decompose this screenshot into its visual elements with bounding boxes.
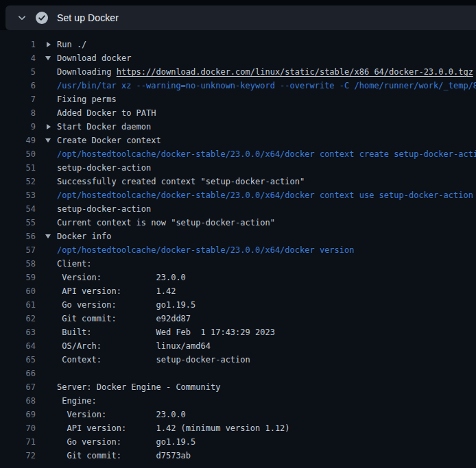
line-number[interactable]: 8 (0, 106, 36, 120)
log-line: 54setup-docker-action (0, 202, 476, 216)
line-number[interactable]: 52 (0, 175, 36, 188)
log-text: Create Docker context (57, 134, 476, 147)
line-number[interactable]: 61 (0, 298, 36, 312)
line-number[interactable]: 64 (0, 339, 36, 353)
log-line: 52Successfully created context "setup-do… (0, 175, 476, 188)
log-text (57, 367, 476, 380)
log-line: 53/opt/hostedtoolcache/docker-stable/23.… (0, 188, 476, 202)
toggle-slot (36, 271, 57, 284)
command-text: /opt/hostedtoolcache/docker-stable/23.0.… (57, 243, 476, 257)
command-text: /opt/hostedtoolcache/docker-stable/23.0.… (57, 188, 476, 202)
line-number[interactable]: 66 (0, 367, 36, 380)
log-group-header[interactable]: 9Start Docker daemon (0, 120, 476, 134)
toggle-slot (36, 435, 57, 449)
line-number[interactable]: 51 (0, 161, 36, 175)
line-number[interactable]: 50 (0, 147, 36, 161)
log-text: setup-docker-action (57, 202, 476, 216)
log-line: 57/opt/hostedtoolcache/docker-stable/23.… (0, 243, 476, 257)
toggle-slot (36, 243, 57, 257)
command-text: /usr/bin/tar xz --warning=no-unknown-key… (57, 79, 476, 93)
toggle-slot (36, 188, 57, 202)
toggle-slot (36, 147, 57, 161)
log-text: Context: setup-docker-action (57, 353, 476, 367)
line-number[interactable]: 63 (0, 325, 36, 339)
toggle-slot (36, 339, 57, 353)
log-text: API version: 1.42 (minimum version 1.12) (57, 421, 476, 435)
log-line: 51setup-docker-action (0, 161, 476, 175)
log-text: Added Docker to PATH (57, 106, 476, 120)
line-number[interactable]: 1 (0, 38, 36, 51)
log-group-header[interactable]: 49Create Docker context (0, 134, 476, 147)
line-number[interactable]: 59 (0, 271, 36, 284)
log-text: Git commit: d7573ab (57, 449, 476, 463)
line-number[interactable]: 7 (0, 93, 36, 106)
line-number[interactable]: 57 (0, 243, 36, 257)
log-line: 65 Context: setup-docker-action (0, 353, 476, 367)
line-number[interactable]: 56 (0, 230, 36, 243)
log-text: Start Docker daemon (57, 120, 476, 134)
toggle-slot (36, 380, 57, 394)
line-number[interactable]: 72 (0, 449, 36, 463)
log-text-segment: Downloading (57, 67, 117, 77)
line-number[interactable]: 65 (0, 353, 36, 367)
toggle-slot (36, 408, 57, 421)
triangle-right-icon (36, 38, 57, 51)
log-text: Fixing perms (57, 93, 476, 106)
log-line: 6/usr/bin/tar xz --warning=no-unknown-ke… (0, 79, 476, 93)
log-line: 72 Git commit: d7573ab (0, 449, 476, 463)
line-number[interactable]: 55 (0, 216, 36, 230)
line-number[interactable]: 6 (0, 79, 36, 93)
toggle-slot (36, 298, 57, 312)
log-line: 63 Built: Wed Feb 1 17:43:29 2023 (0, 325, 476, 339)
line-number[interactable]: 9 (0, 120, 36, 134)
log-group-header[interactable]: 4Download docker (0, 51, 476, 65)
log-line: 60 API version: 1.42 (0, 284, 476, 298)
log-text: Successfully created context "setup-dock… (57, 175, 476, 188)
log-line: 8Added Docker to PATH (0, 106, 476, 120)
line-number[interactable]: 70 (0, 421, 36, 435)
log-text: Download docker (57, 51, 476, 65)
line-number[interactable]: 53 (0, 188, 36, 202)
log-text: Downloading https://download.docker.com/… (57, 65, 476, 79)
line-number[interactable]: 5 (0, 65, 36, 79)
line-number[interactable]: 58 (0, 257, 36, 271)
toggle-slot (36, 257, 57, 271)
triangle-down-icon (36, 230, 57, 243)
log-text: Engine: (57, 394, 476, 408)
line-number[interactable]: 62 (0, 312, 36, 325)
log-link[interactable]: https://download.docker.com/linux/static… (117, 67, 473, 77)
log-line: 50/opt/hostedtoolcache/docker-stable/23.… (0, 147, 476, 161)
toggle-slot (36, 79, 57, 93)
toggle-slot (36, 106, 57, 120)
line-number[interactable]: 4 (0, 51, 36, 65)
log-line: 59 Version: 23.0.0 (0, 271, 476, 284)
log-group-header[interactable]: 1Run ./ (0, 38, 476, 51)
triangle-right-icon (36, 120, 57, 134)
log-text: setup-docker-action (57, 161, 476, 175)
toggle-slot (36, 202, 57, 216)
line-number[interactable]: 69 (0, 408, 36, 421)
log-group-header[interactable]: 56Docker info (0, 230, 476, 243)
toggle-slot (36, 421, 57, 435)
line-number[interactable]: 54 (0, 202, 36, 216)
log-line: 55Current context is now "setup-docker-a… (0, 216, 476, 230)
log-line: 64 OS/Arch: linux/amd64 (0, 339, 476, 353)
line-number[interactable]: 49 (0, 134, 36, 147)
toggle-slot (36, 284, 57, 298)
log-text: Git commit: e92dd87 (57, 312, 476, 325)
log-text: Built: Wed Feb 1 17:43:29 2023 (57, 325, 476, 339)
log-console[interactable]: 1Run ./4Download docker5Downloading http… (0, 30, 476, 468)
step-header[interactable]: Set up Docker (5, 5, 476, 30)
toggle-slot (36, 353, 57, 367)
toggle-slot (36, 312, 57, 325)
toggle-slot (36, 65, 57, 79)
triangle-down-icon (36, 134, 57, 147)
line-number[interactable]: 68 (0, 394, 36, 408)
line-number[interactable]: 67 (0, 380, 36, 394)
line-number[interactable]: 60 (0, 284, 36, 298)
toggle-slot (36, 93, 57, 106)
chevron-down-icon[interactable] (17, 13, 27, 23)
toggle-slot (36, 325, 57, 339)
line-number[interactable]: 71 (0, 435, 36, 449)
log-line: 61 Go version: go1.19.5 (0, 298, 476, 312)
